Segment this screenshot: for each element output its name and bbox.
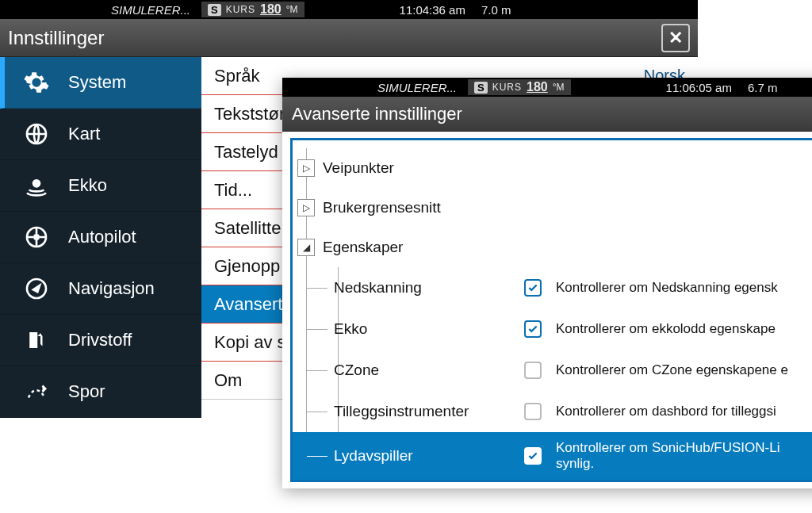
heading-box: S KURS 180 °M bbox=[201, 2, 304, 17]
checkbox[interactable] bbox=[524, 279, 542, 297]
tree-connector bbox=[307, 456, 327, 457]
list-item-label: Tastelyd bbox=[214, 142, 278, 163]
heading-label: KURS bbox=[226, 4, 255, 15]
feature-description: Kontrollerer om CZone egenskapene e bbox=[556, 362, 788, 378]
clock: 11:04:36 am bbox=[400, 3, 465, 17]
tree-connector bbox=[307, 288, 327, 289]
feature-row-czone[interactable]: CZone Kontrollerer om CZone egenskapene … bbox=[293, 350, 812, 391]
heading-source: S bbox=[208, 4, 221, 16]
list-item-label: Avansert bbox=[214, 294, 282, 315]
titlebar: Innstillinger ✕ bbox=[0, 19, 698, 57]
track-icon bbox=[22, 377, 51, 406]
heading-value: 180 bbox=[527, 80, 548, 94]
globe-icon bbox=[22, 120, 51, 148]
list-item-label: Gjenopp bbox=[214, 256, 280, 277]
heading-value: 180 bbox=[260, 2, 282, 17]
close-icon: ✕ bbox=[668, 28, 683, 48]
checkbox[interactable] bbox=[524, 320, 542, 338]
heading-label: KURS bbox=[492, 82, 522, 93]
sidebar-item-navigation[interactable]: Navigasjon bbox=[0, 263, 201, 315]
sidebar-item-label: Ekko bbox=[68, 175, 107, 196]
sidebar-item-label: Autopilot bbox=[68, 227, 136, 247]
checkbox[interactable] bbox=[524, 447, 542, 465]
window-title: Innstillinger bbox=[8, 27, 104, 49]
tree-node-label: Brukergrensesnitt bbox=[323, 199, 441, 216]
status-bar-front: SIMULERER... S KURS 180 °M 11:06:05 am 6… bbox=[282, 78, 812, 97]
tree-panel: ▷ Veipunkter ▷ Brukergrensesnitt ◢ Egens… bbox=[290, 138, 812, 482]
tree-node-label: Veipunkter bbox=[323, 159, 394, 177]
sonar-icon bbox=[22, 171, 51, 200]
feature-name: CZone bbox=[334, 362, 524, 379]
list-item-label: Kopi av s bbox=[214, 332, 286, 353]
sidebar-item-label: System bbox=[68, 72, 126, 93]
feature-row-echo[interactable]: Ekko Kontrollerer om ekkolodd egenskape bbox=[293, 308, 812, 350]
sidebar-item-tracks[interactable]: Spor bbox=[0, 366, 201, 418]
feature-description: Kontrollerer om ekkolodd egenskape bbox=[556, 321, 776, 337]
depth-readout: 6.7 m bbox=[748, 81, 778, 94]
advanced-settings-window: SIMULERER... S KURS 180 °M 11:06:05 am 6… bbox=[282, 78, 812, 488]
sidebar-item-label: Drivstoff bbox=[68, 330, 132, 350]
list-item-label: Tid... bbox=[214, 180, 252, 201]
feature-name: Tilleggsinstrumenter bbox=[334, 403, 524, 420]
sidebar-item-label: Navigasjon bbox=[68, 278, 155, 299]
fuel-icon bbox=[22, 326, 51, 354]
tree-node-label: Egenskaper bbox=[323, 239, 403, 256]
sidebar-item-system[interactable]: System bbox=[0, 57, 201, 109]
gear-icon bbox=[22, 68, 51, 97]
feature-row-downscan[interactable]: Nedskanning Kontrollerer om Nedskanning … bbox=[293, 267, 812, 308]
feature-name: Ekko bbox=[334, 320, 524, 338]
expand-icon[interactable]: ▷ bbox=[297, 159, 315, 177]
feature-name: Lydavspiller bbox=[334, 447, 524, 465]
wheel-icon bbox=[22, 223, 51, 251]
clock: 11:06:05 am bbox=[666, 81, 732, 94]
list-item-label: Tekststør bbox=[214, 104, 285, 124]
compass-icon bbox=[22, 274, 51, 303]
feature-description: Kontrollerer om SonicHub/FUSION-Li synli… bbox=[556, 440, 779, 472]
svg-point-3 bbox=[34, 235, 38, 239]
titlebar: Avanserte innstillinger bbox=[282, 97, 812, 132]
feature-description: Kontrollerer om Nedskanning egensk bbox=[556, 280, 778, 296]
heading-box: S KURS 180 °M bbox=[468, 79, 571, 95]
close-button[interactable]: ✕ bbox=[661, 24, 690, 52]
tree-connector bbox=[307, 370, 327, 371]
settings-sidebar: System Kart Ekko Autopilot Navigasjon Dr… bbox=[0, 57, 201, 418]
sidebar-item-fuel[interactable]: Drivstoff bbox=[0, 315, 201, 366]
sidebar-item-chart[interactable]: Kart bbox=[0, 109, 201, 160]
window-title: Avanserte innstillinger bbox=[292, 104, 462, 124]
expand-icon[interactable]: ▷ bbox=[297, 199, 315, 216]
simulator-label: SIMULERER... bbox=[111, 3, 190, 17]
feature-row-addon-instr[interactable]: Tilleggsinstrumenter Kontrollerer om das… bbox=[293, 391, 812, 432]
tree-node-ui[interactable]: ▷ Brukergrensesnitt bbox=[293, 188, 812, 228]
heading-source: S bbox=[474, 82, 488, 94]
feature-description: Kontrollerer om dashbord for tilleggsi bbox=[556, 404, 776, 419]
heading-unit: °M bbox=[553, 82, 565, 93]
tree-connector bbox=[307, 329, 327, 330]
tree-node-features[interactable]: ◢ Egenskaper bbox=[293, 228, 812, 267]
collapse-icon[interactable]: ◢ bbox=[297, 239, 315, 256]
sidebar-item-label: Kart bbox=[68, 124, 100, 144]
list-item-label: Om bbox=[214, 370, 242, 391]
status-bar-back: SIMULERER... S KURS 180 °M 11:04:36 am 7… bbox=[0, 0, 698, 19]
checkbox[interactable] bbox=[524, 403, 542, 420]
tree-connector bbox=[307, 412, 327, 412]
list-item-label: Språk bbox=[214, 66, 259, 86]
sidebar-item-label: Spor bbox=[68, 381, 105, 402]
simulator-label: SIMULERER... bbox=[377, 81, 457, 94]
list-item-label: Satellitte bbox=[214, 218, 281, 239]
sidebar-item-autopilot[interactable]: Autopilot bbox=[0, 212, 201, 263]
feature-name: Nedskanning bbox=[334, 279, 524, 297]
sidebar-item-echo[interactable]: Ekko bbox=[0, 160, 201, 212]
feature-row-audio[interactable]: Lydavspiller Kontrollerer om SonicHub/FU… bbox=[293, 432, 812, 480]
heading-unit: °M bbox=[286, 4, 298, 15]
depth-readout: 7.0 m bbox=[481, 3, 511, 17]
svg-point-1 bbox=[33, 180, 40, 186]
checkbox[interactable] bbox=[524, 362, 542, 379]
tree-node-waypoints[interactable]: ▷ Veipunkter bbox=[293, 148, 812, 188]
